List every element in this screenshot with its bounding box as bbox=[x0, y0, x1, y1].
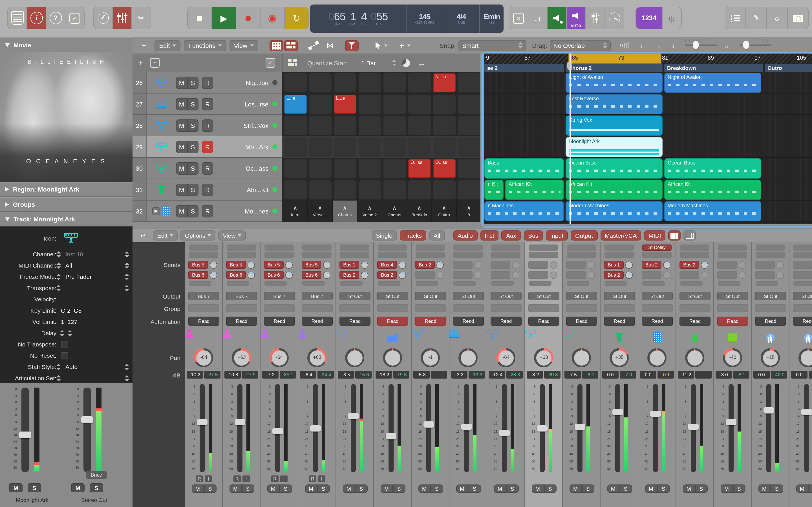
midi-region[interactable]: Modern Machines bbox=[566, 201, 663, 221]
mute-button[interactable]: M bbox=[192, 485, 204, 493]
automation-mode-button[interactable]: Read bbox=[717, 317, 748, 326]
bar-ruler[interactable]: 9576573818997105 bbox=[484, 54, 812, 64]
loop-cell[interactable] bbox=[309, 180, 332, 200]
volume-fader[interactable] bbox=[84, 388, 91, 472]
input-monitor-button[interactable]: I bbox=[243, 475, 250, 482]
loop-cell[interactable] bbox=[284, 180, 307, 200]
send-slot-2[interactable]: Bus 2 bbox=[340, 270, 368, 279]
solo-button[interactable]: S bbox=[242, 485, 254, 493]
loop-cell[interactable]: O...ss bbox=[433, 159, 456, 178]
stepper-icon[interactable] bbox=[124, 375, 129, 381]
track-on-indicator[interactable] bbox=[272, 123, 277, 128]
send-slot-2[interactable]: Bus 2 bbox=[377, 270, 406, 279]
mute-button[interactable]: M bbox=[176, 98, 187, 110]
mute-button[interactable]: M bbox=[607, 485, 619, 493]
wide-strips-button[interactable] bbox=[684, 230, 696, 240]
bounce-button[interactable]: Bnce bbox=[86, 471, 107, 479]
mute-button[interactable]: M bbox=[456, 485, 468, 493]
loop-cell[interactable] bbox=[359, 95, 381, 114]
volume-fader[interactable] bbox=[577, 384, 582, 472]
expand-icon[interactable]: ↔ bbox=[417, 58, 425, 67]
quantize-strength-pie-icon[interactable] bbox=[402, 59, 410, 67]
loop-cell[interactable] bbox=[309, 159, 332, 178]
volume-fader[interactable] bbox=[766, 384, 771, 472]
inspector-row[interactable]: Channel: Inst 10 bbox=[0, 248, 133, 260]
peak-level-value[interactable]: -35.1 bbox=[280, 371, 296, 379]
send-slot-3[interactable] bbox=[264, 281, 287, 286]
midi-region[interactable]: African Kit bbox=[505, 180, 564, 200]
peak-level-value[interactable]: -15.6 bbox=[355, 371, 371, 379]
track-header-row[interactable]: 27 ▶ M S R Los...rse bbox=[133, 94, 282, 115]
midi-region[interactable]: n Kit bbox=[485, 180, 504, 200]
volume-db-value[interactable]: -3.0 bbox=[716, 371, 732, 379]
send-slot-3[interactable] bbox=[302, 281, 325, 286]
track-name[interactable]: Mo...nes bbox=[213, 208, 268, 214]
mixer-filter-button[interactable]: Output bbox=[571, 230, 598, 240]
loop-cell[interactable] bbox=[334, 137, 356, 157]
zoom-slider-cap[interactable] bbox=[743, 41, 749, 49]
peak-level-value[interactable] bbox=[431, 371, 447, 379]
automation-mode-button[interactable]: Read bbox=[755, 317, 786, 326]
volume-db-value[interactable]: 0.0 bbox=[753, 371, 770, 379]
record-enable-button[interactable]: R bbox=[202, 205, 213, 217]
mixer-filter-button[interactable]: Input bbox=[546, 230, 568, 240]
send-slot-2[interactable] bbox=[793, 270, 812, 279]
solo-button[interactable]: S bbox=[808, 485, 812, 493]
insert-slot[interactable] bbox=[642, 252, 672, 258]
send-knob[interactable] bbox=[437, 261, 444, 269]
loop-cell[interactable] bbox=[433, 116, 456, 135]
loop-cell[interactable] bbox=[458, 137, 480, 157]
scene-trigger[interactable]: ∧ Verse 2 bbox=[357, 201, 382, 222]
mute-button[interactable]: M bbox=[418, 485, 430, 493]
send-bus-button[interactable] bbox=[793, 271, 812, 279]
inspector-row[interactable]: MIDI Channel: All bbox=[0, 260, 133, 271]
auto-input-monitoring-button[interactable]: AUTO bbox=[567, 7, 586, 29]
send-slot-2[interactable] bbox=[415, 270, 444, 279]
send-bus-button[interactable] bbox=[755, 261, 775, 269]
pan-knob[interactable] bbox=[799, 348, 812, 367]
mute-button[interactable]: M bbox=[380, 485, 393, 493]
vertical-zoom-slider[interactable] bbox=[685, 45, 717, 46]
record-enable-button[interactable]: R bbox=[234, 475, 241, 482]
loop-cell[interactable] bbox=[384, 116, 406, 135]
group-slot[interactable] bbox=[717, 304, 748, 312]
track-name[interactable]: Afri...Kit bbox=[213, 186, 268, 193]
loop-cell[interactable] bbox=[284, 73, 307, 93]
send-knob[interactable] bbox=[437, 271, 444, 279]
volume-fader[interactable] bbox=[464, 384, 469, 472]
tracks-view-button[interactable] bbox=[284, 40, 297, 51]
send-knob[interactable] bbox=[210, 271, 217, 279]
mute-button[interactable]: M bbox=[305, 485, 317, 493]
peak-level-value[interactable]: -0.1 bbox=[658, 371, 674, 379]
record-enable-button[interactable]: R bbox=[202, 183, 213, 196]
fader-cap[interactable] bbox=[499, 430, 510, 436]
lcd-display[interactable]: 065BAR 1BEAT 4DIV 055TICK 145KEEP TEMPO … bbox=[310, 4, 504, 33]
edit-menu[interactable]: Edit bbox=[154, 40, 181, 51]
solo-button[interactable]: S bbox=[430, 485, 443, 493]
input-monitor-button[interactable]: I bbox=[280, 475, 288, 482]
group-slot[interactable] bbox=[453, 304, 484, 312]
send-knob[interactable] bbox=[323, 271, 331, 279]
notes-button[interactable]: ✎ bbox=[746, 7, 767, 29]
fader-cap[interactable] bbox=[348, 413, 359, 419]
inspector-row[interactable]: Freeze Mode: Pre Fader bbox=[0, 271, 133, 282]
volume-fader[interactable] bbox=[653, 384, 658, 472]
send-slot-1[interactable]: Bus 5 bbox=[264, 260, 293, 269]
send-slot-3[interactable] bbox=[189, 281, 211, 286]
output-button[interactable]: St Out bbox=[491, 292, 522, 300]
cycle-button[interactable]: ↻ bbox=[285, 7, 308, 29]
loop-cell[interactable] bbox=[384, 137, 406, 157]
insert-slot[interactable] bbox=[718, 252, 747, 258]
automation-mode-button[interactable]: Read bbox=[679, 317, 711, 326]
send-bus-button[interactable] bbox=[717, 271, 737, 279]
send-bus-button[interactable]: Bus 2 bbox=[340, 271, 359, 279]
send-slot-1[interactable]: Bus 1 bbox=[604, 260, 633, 269]
track-name[interactable]: Los...rse bbox=[213, 101, 268, 107]
send-bus-button[interactable]: Bus 5 bbox=[264, 261, 284, 269]
solo-button[interactable]: S bbox=[544, 485, 556, 493]
send-slot-3[interactable] bbox=[340, 281, 363, 286]
playhead-handle[interactable] bbox=[567, 62, 572, 70]
solo-button[interactable]: S bbox=[187, 205, 199, 217]
send-bus-button[interactable] bbox=[453, 271, 472, 279]
send-slot-1[interactable]: Bus 5 bbox=[226, 260, 255, 269]
